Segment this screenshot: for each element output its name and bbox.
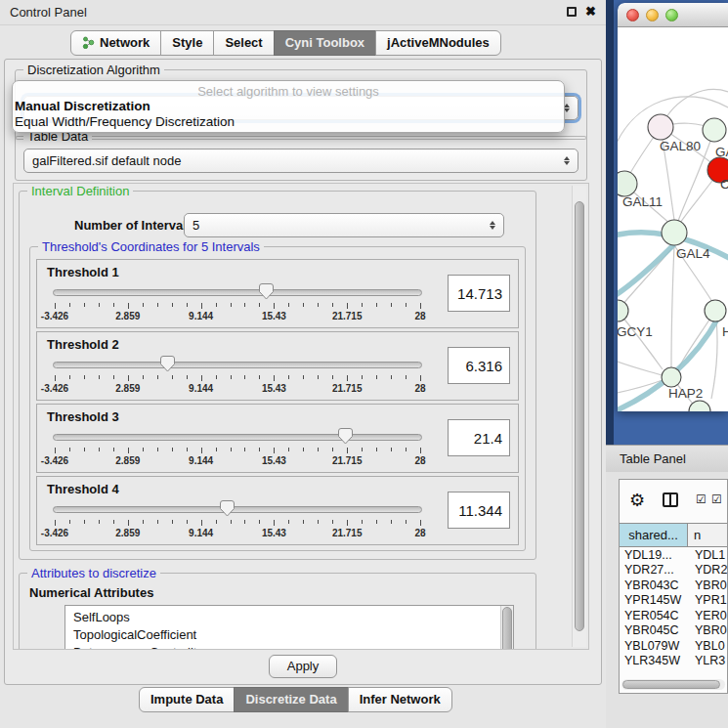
threshold-value-field[interactable]: 14.713 (448, 275, 510, 312)
tick-label: 28 (414, 528, 425, 538)
threshold-label: Threshold 2 (47, 337, 119, 352)
tick-label: -3.426 (41, 311, 68, 321)
tick-label: 28 (414, 311, 425, 321)
split-columns-icon[interactable] (663, 492, 678, 507)
threshold-list: Threshold 1-3.4262.8599.14415.4321.71528… (36, 259, 519, 548)
column-header-name[interactable]: n (688, 524, 727, 546)
column-header-shared-name[interactable]: shared... (620, 524, 688, 546)
tab-discretize-data[interactable]: Discretize Data (234, 687, 348, 712)
slider-thumb-handle[interactable] (259, 283, 274, 300)
discretization-algorithm-title: Discretization Algorithm (23, 63, 164, 77)
slider-thumb-handle[interactable] (160, 356, 175, 372)
cell-name: YLR3 (688, 654, 727, 667)
slider-track[interactable] (53, 506, 422, 513)
table-row[interactable]: YER054CYER0 (620, 608, 727, 623)
table-row[interactable]: YLR345WYLR3 (620, 654, 727, 669)
list-item[interactable]: SelfLoops (73, 609, 513, 626)
tab-jactivemnodules[interactable]: jActiveMNodules (375, 30, 501, 56)
threshold-label: Threshold 1 (47, 265, 119, 279)
network-canvas[interactable]: GAL80GAGAL11CGAL4GCY1HHAP2 (618, 27, 728, 411)
network-icon (82, 36, 95, 49)
tab-label: Network (100, 35, 150, 50)
checkbox-icon[interactable]: ☑ (696, 492, 707, 506)
threshold-value-field[interactable]: 21.4 (448, 419, 510, 456)
table-data-select[interactable]: galFiltered.sif default node (23, 149, 578, 173)
settings-scrollbar-thumb[interactable] (575, 201, 584, 631)
number-of-intervals-select[interactable]: 5 (184, 213, 504, 237)
tab-label: Infer Network (360, 692, 441, 707)
threshold-slider[interactable]: -3.4262.8599.14415.4321.71528 (53, 430, 422, 469)
threshold-label: Threshold 3 (47, 409, 119, 424)
apply-button[interactable]: Apply (269, 655, 338, 678)
table-row[interactable]: YPR145WYPR1 (620, 593, 727, 609)
tick-label: 2.859 (115, 455, 140, 466)
tick-label: 21.715 (332, 455, 363, 466)
tab-network[interactable]: Network (70, 30, 161, 56)
numerical-attributes-list[interactable]: SelfLoopsTopologicalCoefficientBetweenne… (64, 605, 514, 650)
threshold-panel: Threshold 2-3.4262.8599.14415.4321.71528… (36, 331, 519, 401)
svg-text:GAL11: GAL11 (622, 194, 663, 209)
settings-scrollbar[interactable] (572, 186, 586, 647)
cell-name: YDR2 (688, 563, 727, 577)
close-panel-icon[interactable]: ✖ (585, 5, 596, 19)
svg-text:HAP2: HAP2 (668, 386, 703, 401)
svg-text:GCY1: GCY1 (618, 324, 653, 339)
tab-label: Impute Data (150, 692, 223, 707)
checkbox-icon[interactable]: ☑ (711, 492, 722, 506)
zoom-window-icon[interactable] (665, 9, 678, 21)
tab-label: Style (172, 35, 202, 50)
network-window-titlebar[interactable] (618, 3, 728, 27)
algorithm-option[interactable]: Equal Width/Frequency Discretization (13, 114, 564, 130)
float-window-icon[interactable] (567, 7, 577, 17)
cell-name: YBL0 (688, 639, 727, 653)
tab-infer-network[interactable]: Infer Network (348, 687, 452, 712)
algorithm-popup-placeholder: Select algorithm to view settings (13, 84, 564, 99)
tab-style[interactable]: Style (160, 30, 214, 56)
cell-shared-name: YLR345W (620, 654, 688, 667)
table-row[interactable]: YBR043CYBR0 (620, 578, 727, 593)
cell-name: YER0 (688, 609, 727, 622)
desktop-edge (606, 0, 614, 445)
slider-track[interactable] (53, 362, 422, 368)
threshold-slider[interactable]: -3.4262.8599.14415.4321.71528 (53, 358, 422, 397)
table-row[interactable]: YDR27...YDR2 (620, 563, 727, 578)
tab-label: Discretize Data (245, 692, 336, 707)
tick-label: 15.43 (262, 455, 286, 466)
cell-shared-name: YER054C (620, 609, 688, 622)
table-data-select-value: galFiltered.sif default node (32, 153, 559, 168)
table-row[interactable]: YBR045CYBR0 (620, 623, 727, 639)
threshold-value-field[interactable]: 6.316 (448, 347, 510, 384)
tick-label: 28 (414, 383, 425, 394)
gear-icon[interactable]: ⚙ (629, 490, 645, 511)
attributes-list-scrollbar[interactable] (500, 606, 513, 650)
close-window-icon[interactable] (626, 9, 639, 21)
minimize-window-icon[interactable] (646, 9, 659, 21)
slider-thumb-handle[interactable] (220, 500, 235, 517)
svg-text:GAL4: GAL4 (676, 246, 710, 261)
interval-definition-title: Interval Definition (27, 184, 133, 198)
list-item[interactable]: TopologicalCoefficient (73, 626, 513, 644)
tick-label: 9.144 (189, 455, 213, 466)
tab-label: jActiveMNodules (387, 35, 490, 50)
slider-track[interactable] (53, 434, 422, 441)
threshold-slider[interactable]: -3.4262.8599.14415.4321.71528 (53, 502, 422, 541)
algorithm-option[interactable]: Manual Discretization (13, 99, 564, 114)
tab-cyni-toolbox[interactable]: Cyni Toolbox (274, 30, 376, 56)
numerical-attributes-label: Numerical Attributes (29, 585, 153, 600)
tick-label: 21.715 (332, 528, 363, 538)
slider-thumb-handle[interactable] (338, 428, 353, 445)
svg-text:H: H (722, 324, 728, 339)
tab-select[interactable]: Select (213, 30, 274, 56)
tick-label: 2.859 (115, 383, 140, 394)
table-hscrollbar-thumb[interactable] (622, 680, 720, 689)
table-row[interactable]: YDL19...YDL1 (620, 547, 727, 563)
threshold-slider[interactable]: -3.4262.8599.14415.4321.71528 (53, 285, 422, 324)
list-item[interactable]: BetweennessCentrality (73, 644, 513, 650)
table-row[interactable]: YBL079WYBL0 (620, 638, 727, 654)
slider-tick-labels: -3.4262.8599.14415.4321.71528 (55, 528, 420, 539)
threshold-value-field[interactable]: 11.344 (448, 492, 510, 529)
tab-impute-data[interactable]: Impute Data (139, 687, 235, 712)
table-hscrollbar[interactable] (621, 679, 725, 690)
tick-label: 2.859 (115, 528, 140, 538)
slider-track[interactable] (53, 289, 422, 296)
